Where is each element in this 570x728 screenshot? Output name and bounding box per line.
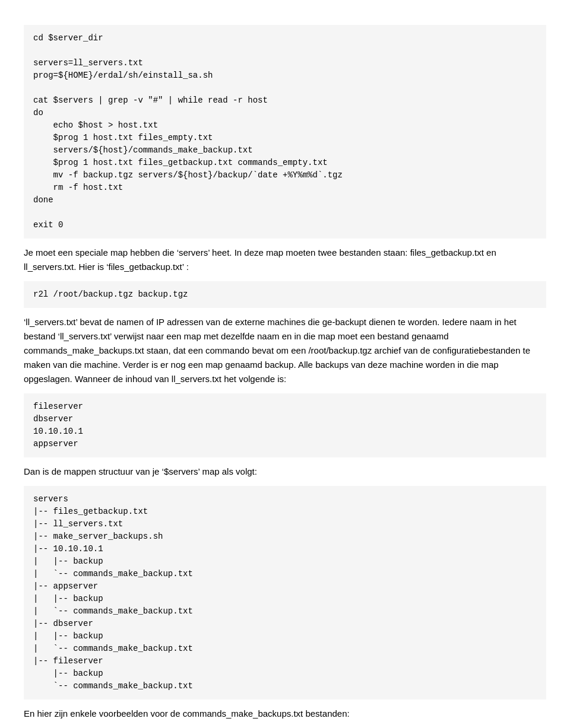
paragraph-1: Je moet een speciale map hebben die ‘ser… bbox=[24, 246, 546, 274]
code-block-2: r2l /root/backup.tgz backup.tgz bbox=[24, 281, 546, 308]
code-block-3: fileserver dbserver 10.10.10.1 appserver bbox=[24, 393, 546, 457]
paragraph-2: ‘ll_servers.txt’ bevat de namen of IP ad… bbox=[24, 315, 546, 386]
paragraph-3: Dan is de mappen structuur van je ‘$serv… bbox=[24, 465, 546, 479]
code-block-1: cd $server_dir servers=ll_servers.txt pr… bbox=[24, 25, 546, 239]
code-block-4: servers |-- files_getbackup.txt |-- ll_s… bbox=[24, 486, 546, 700]
paragraph-4: En hier zijn enkele voorbeelden voor de … bbox=[24, 707, 546, 721]
